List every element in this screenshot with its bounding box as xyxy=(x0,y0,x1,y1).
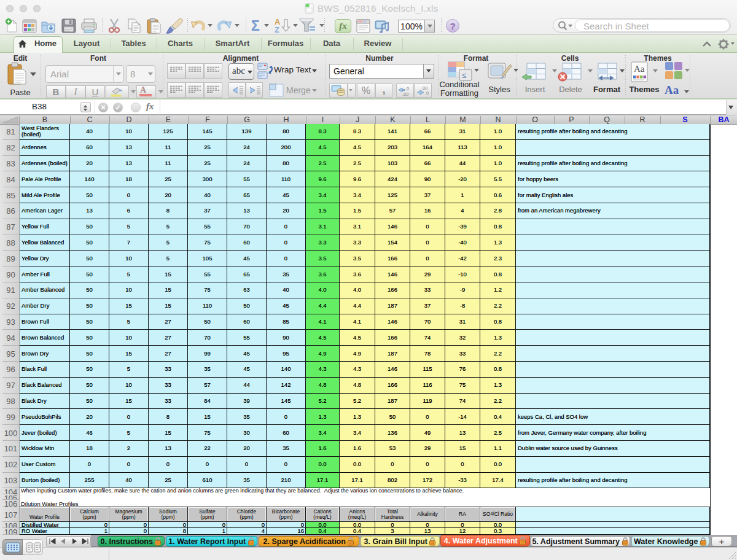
svg-text:.0: .0 xyxy=(425,90,429,96)
svg-text:Aa: Aa xyxy=(634,64,645,74)
svg-text:.0: .0 xyxy=(405,86,409,91)
svg-text:Z: Z xyxy=(275,25,279,34)
svg-text:.00: .00 xyxy=(402,91,408,96)
svg-text:≤: ≤ xyxy=(462,71,466,80)
